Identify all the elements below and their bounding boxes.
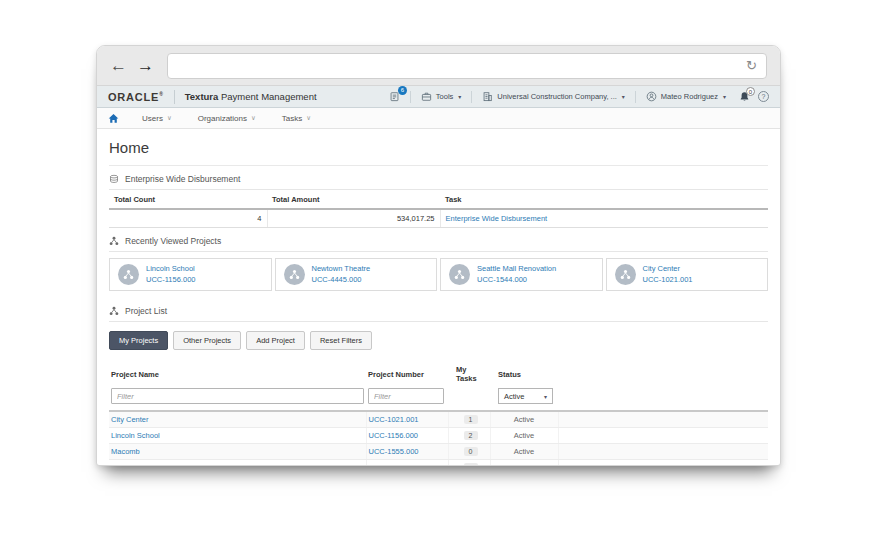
project-name-link[interactable]: Lincoln School [111, 431, 160, 440]
caret-down-icon: ▾ [622, 93, 625, 100]
caret-down-icon: ▾ [458, 93, 461, 100]
user-icon [646, 91, 657, 102]
page-background: ← → ↻ ORACLE® Textura Payment Management… [0, 0, 880, 533]
nav-menu-item[interactable]: Users ∨ [129, 114, 185, 123]
disbursement-coins-icon [109, 174, 119, 184]
browser-forward-button[interactable]: → [137, 57, 154, 74]
caret-down-icon: ▾ [544, 393, 547, 400]
nav-menu-label: Organizations [198, 114, 247, 123]
project-list-header-row: Project Name Project Number My Tasks Sta… [109, 359, 768, 387]
ewd-col-total-count: Total Count [109, 190, 267, 209]
project-list-section-title: Project List [125, 306, 167, 316]
address-bar[interactable]: ↻ [167, 53, 767, 79]
ewd-total-amount-value: 534,017.25 [267, 209, 440, 228]
project-row: Macomb UCC-1555.000 0 Active [109, 444, 768, 460]
project-row: City Center UCC-1021.001 1 Active [109, 411, 768, 428]
company-menu[interactable]: Universal Construction Company, ... ▾ [479, 91, 628, 102]
browser-window: ← → ↻ ORACLE® Textura Payment Management… [96, 45, 781, 466]
recent-project-name-link[interactable]: Lincoln School [146, 264, 195, 275]
browser-back-button[interactable]: ← [110, 57, 127, 74]
project-avatar-icon [615, 264, 636, 285]
recent-project-number-link[interactable]: UCC-1021.001 [643, 275, 693, 286]
nav-menu-label: Tasks [282, 114, 302, 123]
project-name-filter-input[interactable] [111, 388, 364, 404]
ewd-task-link[interactable]: Enterprise Wide Disbursement [446, 214, 548, 223]
recent-project-card[interactable]: Seattle Mall Renovation UCC-1544.000 [440, 258, 603, 291]
chevron-down-icon: ∨ [167, 114, 172, 122]
my-tasks-count-badge[interactable]: 1 [464, 415, 478, 424]
project-status-text: Active [514, 447, 534, 456]
alerts-count-badge: 0 [746, 87, 755, 96]
project-status-text: Active [514, 415, 534, 424]
notifications-button[interactable]: 6 [386, 91, 403, 102]
chevron-down-icon: ∨ [251, 114, 256, 122]
project-number-filter-input[interactable] [368, 388, 444, 404]
ewd-col-task: Task [440, 190, 768, 209]
project-status-text: Active [514, 431, 534, 440]
project-list-section-header: Project List [109, 298, 768, 322]
notification-count-badge: 6 [398, 86, 407, 95]
project-number-link[interactable]: UCC-4445.000 [369, 463, 419, 466]
help-button[interactable]: ? [758, 91, 769, 102]
project-number-link[interactable]: UCC-1021.001 [369, 415, 419, 424]
tools-label: Tools [436, 92, 454, 101]
main-content: Home Enterprise Wide Disbursement Total … [97, 129, 780, 466]
nav-menu-item[interactable]: Organizations ∨ [185, 114, 269, 123]
tools-menu[interactable]: Tools ▾ [418, 91, 465, 102]
company-label: Universal Construction Company, ... [497, 92, 617, 101]
recent-project-card[interactable]: Lincoln School UCC-1156.000 [109, 258, 272, 291]
recent-project-card[interactable]: Newtown Theatre UCC-4445.000 [275, 258, 438, 291]
project-list-filter-button[interactable]: Reset Filters [310, 331, 372, 350]
my-tasks-count-badge[interactable]: 2 [464, 431, 478, 440]
recent-project-number-link[interactable]: UCC-4445.000 [312, 275, 371, 286]
chevron-down-icon: ∨ [306, 114, 311, 122]
recent-project-card[interactable]: City Center UCC-1021.001 [606, 258, 769, 291]
user-label: Mateo Rodriguez [661, 92, 718, 101]
home-icon[interactable] [108, 113, 119, 124]
project-list-table: Project Name Project Number My Tasks Sta… [109, 359, 768, 466]
alerts-bell-button[interactable]: 0 [739, 91, 750, 102]
app-header: ORACLE® Textura Payment Management 6 Too… [97, 86, 780, 108]
my-tasks-count-badge[interactable]: 0 [464, 447, 478, 456]
ewd-row: 4 534,017.25 Enterprise Wide Disbursemen… [109, 209, 768, 228]
project-number-link[interactable]: UCC-1156.000 [369, 431, 418, 440]
page-title: Home [109, 129, 768, 166]
project-name-link[interactable]: Macomb [111, 447, 140, 456]
project-row: Lincoln School UCC-1156.000 2 Active [109, 428, 768, 444]
status-filter-value: Active [504, 392, 524, 401]
my-tasks-count-badge[interactable]: 0 [464, 463, 478, 466]
project-list-filter-button[interactable]: Add Project [246, 331, 305, 350]
project-list-filter-button[interactable]: Other Projects [173, 331, 241, 350]
recent-project-name-link[interactable]: Seattle Mall Renovation [477, 264, 556, 275]
recent-section-title: Recently Viewed Projects [125, 236, 221, 246]
nav-menubar: Users ∨ Organizations ∨ Tasks ∨ [97, 108, 780, 129]
nav-menu-item[interactable]: Tasks ∨ [269, 114, 324, 123]
ewd-total-count-value: 4 [109, 209, 267, 228]
status-filter-select[interactable]: Active ▾ [498, 388, 553, 404]
col-project-number: Project Number [366, 359, 448, 387]
recent-project-number-link[interactable]: UCC-1156.000 [146, 275, 195, 286]
project-name-link[interactable]: City Center [111, 415, 149, 424]
project-number-link[interactable]: UCC-1555.000 [369, 447, 419, 456]
project-status-text: Active [514, 463, 534, 466]
network-icon [109, 236, 119, 246]
recent-project-number-link[interactable]: UCC-1544.000 [477, 275, 556, 286]
project-avatar-icon [118, 264, 139, 285]
ewd-table: Total Count Total Amount Task 4 534,017.… [109, 190, 768, 228]
project-list-filter-button[interactable]: My Projects [109, 331, 168, 350]
caret-down-icon: ▾ [723, 93, 726, 100]
oracle-logo: ORACLE® [108, 91, 164, 103]
project-list-filter-row: Active ▾ [109, 387, 768, 411]
user-menu[interactable]: Mateo Rodriguez ▾ [643, 91, 729, 102]
header-divider [174, 90, 175, 104]
recent-project-name-link[interactable]: City Center [643, 264, 693, 275]
project-avatar-icon [449, 264, 470, 285]
recent-project-name-link[interactable]: Newtown Theatre [312, 264, 371, 275]
recent-project-cards: Lincoln School UCC-1156.000 Newtown Thea… [109, 252, 768, 298]
building-icon [482, 91, 493, 102]
col-project-name: Project Name [109, 359, 366, 387]
project-name-link[interactable]: Newtown Theatre [111, 463, 170, 466]
app-title: Textura Payment Management [185, 91, 317, 102]
reload-icon[interactable]: ↻ [746, 58, 757, 73]
project-row: Newtown Theatre UCC-4445.000 0 Active [109, 460, 768, 467]
